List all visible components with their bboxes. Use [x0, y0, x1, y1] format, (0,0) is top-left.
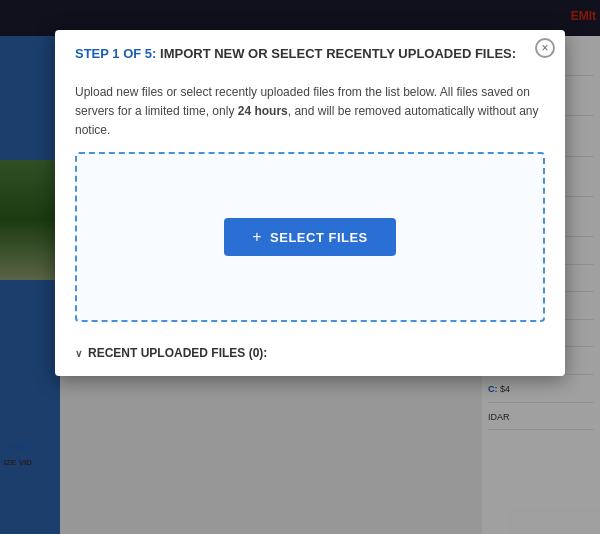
step-label: STEP 1 OF 5: [75, 46, 156, 61]
hours-highlight: 24 hours [238, 104, 288, 118]
select-files-button[interactable]: + SELECT FILES [224, 218, 396, 256]
modal-title: STEP 1 OF 5: IMPORT NEW OR SELECT RECENT… [75, 46, 525, 63]
file-drop-zone[interactable]: + SELECT FILES [75, 152, 545, 322]
recent-files-section: ∨ RECENT UPLOADED FILES (0): [55, 338, 565, 376]
modal-title-text: IMPORT NEW OR SELECT RECENTLY UPLOADED F… [156, 46, 516, 61]
recent-files-toggle[interactable]: ∨ RECENT UPLOADED FILES (0): [75, 346, 545, 360]
modal-description: Upload new files or select recently uplo… [55, 75, 565, 153]
recent-files-label: RECENT UPLOADED FILES (0): [88, 346, 267, 360]
modal-dialog: × STEP 1 OF 5: IMPORT NEW OR SELECT RECE… [55, 30, 565, 376]
modal-header: STEP 1 OF 5: IMPORT NEW OR SELECT RECENT… [55, 30, 565, 75]
modal-close-button[interactable]: × [535, 38, 555, 58]
chevron-icon: ∨ [75, 348, 82, 359]
select-files-label: SELECT FILES [270, 230, 368, 245]
plus-icon: + [252, 228, 262, 246]
